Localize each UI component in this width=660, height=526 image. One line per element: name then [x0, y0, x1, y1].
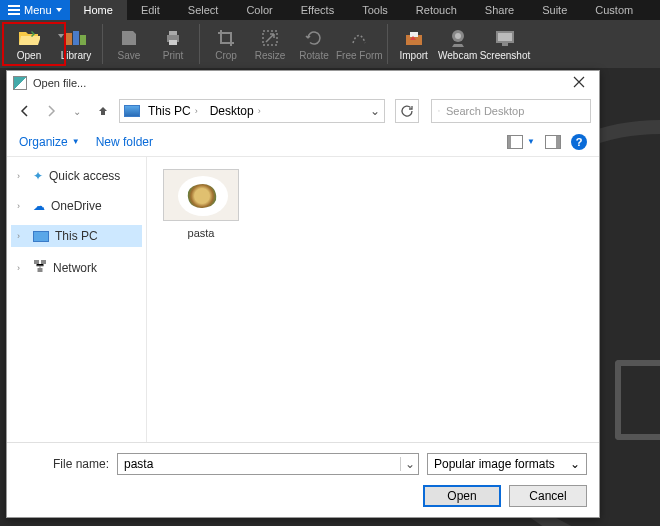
search-icon: [438, 105, 440, 117]
webcam-icon: [449, 28, 467, 48]
print-label: Print: [163, 50, 184, 61]
tab-effects[interactable]: Effects: [287, 0, 348, 20]
svg-rect-10: [498, 33, 512, 41]
filename-label: File name:: [19, 457, 109, 471]
nav-tree: ›✦Quick access ›☁OneDrive ›This PC ›Netw…: [7, 157, 147, 442]
crop-button[interactable]: Crop: [204, 20, 248, 68]
help-button[interactable]: ?: [571, 134, 587, 150]
tab-select[interactable]: Select: [174, 0, 233, 20]
organize-button[interactable]: Organize▼: [19, 135, 80, 149]
library-button[interactable]: Library: [54, 20, 98, 68]
tab-custom[interactable]: Custom: [581, 0, 647, 20]
svg-rect-14: [41, 260, 46, 264]
file-pasta[interactable]: pasta: [159, 169, 243, 239]
chevron-down-icon: [56, 8, 62, 12]
tab-suite[interactable]: Suite: [528, 0, 581, 20]
screenshot-icon: [495, 28, 515, 48]
library-icon: [66, 28, 86, 48]
ribbon: Open Library Save Print Crop Resize Rota…: [0, 20, 660, 68]
address-dropdown[interactable]: ⌄: [370, 104, 380, 118]
tab-retouch[interactable]: Retouch: [402, 0, 471, 20]
refresh-icon: [400, 104, 414, 118]
svg-rect-2: [80, 35, 86, 45]
tree-this-pc[interactable]: ›This PC: [11, 225, 142, 247]
resize-icon: [261, 28, 279, 48]
filename-field[interactable]: ⌄: [117, 453, 419, 475]
up-button[interactable]: [93, 101, 113, 121]
forward-button[interactable]: [41, 101, 61, 121]
address-bar[interactable]: This PC› Desktop› ⌄: [119, 99, 385, 123]
tree-onedrive[interactable]: ›☁OneDrive: [11, 195, 142, 217]
dialog-toolbar: Organize▼ New folder ▼ ?: [7, 127, 599, 157]
rotate-button[interactable]: Rotate: [292, 20, 336, 68]
app-icon: [13, 76, 27, 90]
chevron-down-icon: ⌄: [570, 457, 580, 471]
menu-label: Menu: [24, 4, 52, 16]
cancel-button[interactable]: Cancel: [509, 485, 587, 507]
freeform-label: Free Form: [336, 50, 383, 61]
tab-edit[interactable]: Edit: [127, 0, 174, 20]
webcam-button[interactable]: Webcam: [436, 20, 480, 68]
search-box[interactable]: [431, 99, 591, 123]
dialog-title: Open file...: [33, 77, 86, 89]
menu-button[interactable]: Menu: [0, 0, 70, 20]
resize-label: Resize: [255, 50, 286, 61]
svg-rect-13: [34, 260, 39, 264]
crumb-desktop[interactable]: Desktop›: [206, 104, 265, 118]
open-button[interactable]: Open: [4, 20, 54, 68]
save-button[interactable]: Save: [107, 20, 151, 68]
crop-icon: [217, 28, 235, 48]
resize-button[interactable]: Resize: [248, 20, 292, 68]
search-input[interactable]: [446, 105, 584, 117]
preview-icon: [545, 135, 561, 149]
pc-icon: [124, 105, 140, 117]
svg-rect-5: [169, 40, 177, 45]
webcam-label: Webcam: [438, 50, 477, 61]
svg-point-8: [455, 33, 461, 39]
svg-rect-11: [502, 43, 508, 46]
view-icon: [507, 135, 523, 149]
svg-rect-1: [73, 31, 79, 45]
tab-tools[interactable]: Tools: [348, 0, 402, 20]
file-list[interactable]: pasta: [147, 157, 599, 442]
view-button[interactable]: ▼: [507, 135, 535, 149]
hamburger-icon: [8, 5, 20, 15]
chevron-right-icon: ›: [195, 106, 198, 116]
network-icon: [33, 259, 47, 276]
close-button[interactable]: [565, 75, 593, 91]
import-button[interactable]: Import: [392, 20, 436, 68]
screenshot-button[interactable]: Screenshot: [480, 20, 531, 68]
filename-input[interactable]: [118, 457, 400, 471]
tab-share[interactable]: Share: [471, 0, 528, 20]
print-icon: [164, 28, 182, 48]
crumb-this-pc[interactable]: This PC›: [144, 104, 202, 118]
new-folder-button[interactable]: New folder: [96, 135, 153, 149]
tree-network[interactable]: ›Network: [11, 255, 142, 280]
pc-icon: [33, 231, 49, 242]
file-type-filter[interactable]: Popular image formats⌄: [427, 453, 587, 475]
freeform-button[interactable]: Free Form: [336, 20, 383, 68]
star-icon: ✦: [33, 169, 43, 183]
dialog-nav: ⌄ This PC› Desktop› ⌄: [7, 95, 599, 127]
open-label: Open: [17, 50, 41, 61]
refresh-button[interactable]: [395, 99, 419, 123]
file-label: pasta: [188, 227, 215, 239]
recent-locations[interactable]: ⌄: [67, 101, 87, 121]
close-icon: [573, 76, 585, 88]
print-button[interactable]: Print: [151, 20, 195, 68]
filename-dropdown[interactable]: ⌄: [400, 457, 418, 471]
tab-home[interactable]: Home: [70, 0, 127, 20]
rotate-label: Rotate: [299, 50, 328, 61]
chevron-down-icon[interactable]: [58, 34, 64, 38]
screenshot-label: Screenshot: [480, 50, 531, 61]
tab-color[interactable]: Color: [232, 0, 286, 20]
dialog-footer: File name: ⌄ Popular image formats⌄ Open…: [7, 442, 599, 517]
back-button[interactable]: [15, 101, 35, 121]
rotate-icon: [305, 28, 323, 48]
tree-quick-access[interactable]: ›✦Quick access: [11, 165, 142, 187]
svg-point-12: [438, 110, 439, 111]
preview-pane-button[interactable]: [545, 135, 561, 149]
menu-bar: Menu Home Edit Select Color Effects Tool…: [0, 0, 660, 20]
open-button[interactable]: Open: [423, 485, 501, 507]
save-icon: [120, 28, 138, 48]
